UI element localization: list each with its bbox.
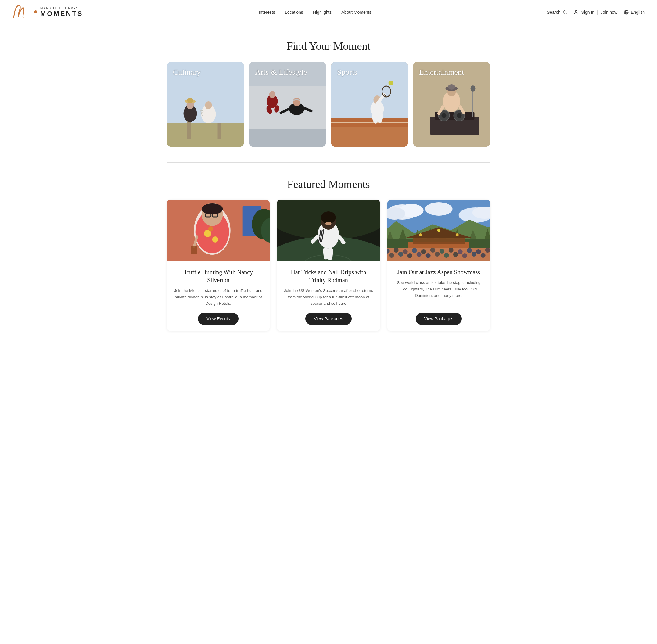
svg-point-47 <box>442 113 447 118</box>
svg-point-24 <box>269 91 276 98</box>
auth-separator: | <box>597 10 598 15</box>
category-card-arts[interactable]: Arts & Lifestyle <box>249 62 326 147</box>
svg-point-137 <box>480 253 485 258</box>
svg-rect-22 <box>249 129 326 147</box>
site-header: MARRIOTT BONV●Y MOMENTS Interests Locati… <box>0 0 657 24</box>
svg-point-85 <box>325 222 332 226</box>
svg-point-134 <box>453 252 458 257</box>
sign-in-link[interactable]: Sign In <box>581 10 595 15</box>
svg-point-118 <box>421 249 426 254</box>
svg-rect-89 <box>328 248 333 260</box>
truffle-desc: Join the Michelin-starred chef for a tru… <box>173 288 263 306</box>
main-nav: Interests Locations Highlights About Mom… <box>259 10 371 15</box>
concert-image <box>388 200 490 261</box>
truffle-card-body: Truffle Hunting With Nancy Silverton Joi… <box>167 261 269 331</box>
featured-card-concert: Jam Out at Jazz Aspen Snowmass See world… <box>388 200 490 331</box>
svg-point-116 <box>403 249 407 254</box>
svg-point-66 <box>212 236 218 243</box>
svg-point-128 <box>398 252 403 257</box>
category-card-sports[interactable]: Sports <box>331 62 408 147</box>
concert-desc: See world-class artists take the stage, … <box>394 280 484 306</box>
entertainment-label: Entertainment <box>419 68 464 77</box>
svg-point-123 <box>467 248 472 253</box>
svg-point-130 <box>416 252 421 257</box>
svg-point-110 <box>419 233 422 236</box>
logo-script-letter <box>12 1 30 23</box>
logo-dot <box>34 10 37 14</box>
soccer-card-body: Hat Tricks and Nail Drips with Trinity R… <box>277 261 380 331</box>
sports-label: Sports <box>337 68 357 77</box>
category-grid: Culinary <box>167 62 490 147</box>
section-divider <box>167 162 490 163</box>
truffle-button[interactable]: View Events <box>198 313 238 325</box>
svg-line-1 <box>566 13 567 14</box>
header-right: Search Sign In | Join now English <box>547 9 645 15</box>
nav-interests[interactable]: Interests <box>259 10 275 15</box>
nav-locations[interactable]: Locations <box>285 10 303 15</box>
category-card-culinary[interactable]: Culinary <box>167 62 244 147</box>
svg-rect-10 <box>187 121 191 139</box>
svg-point-122 <box>457 249 462 254</box>
svg-point-0 <box>563 10 566 13</box>
nav-highlights[interactable]: Highlights <box>313 10 332 15</box>
logo[interactable]: MARRIOTT BONV●Y MOMENTS <box>12 1 83 23</box>
category-card-entertainment[interactable]: Entertainment <box>413 62 490 147</box>
svg-point-125 <box>485 248 490 253</box>
search-label: Search <box>547 10 560 15</box>
globe-icon <box>624 9 629 15</box>
svg-rect-74 <box>191 246 197 254</box>
svg-point-121 <box>448 248 453 253</box>
soccer-button[interactable]: View Packages <box>305 313 351 325</box>
svg-point-120 <box>439 249 444 254</box>
svg-rect-9 <box>167 123 244 147</box>
search-icon <box>562 10 567 15</box>
svg-point-67 <box>208 226 213 231</box>
svg-point-131 <box>425 253 430 258</box>
svg-point-127 <box>389 253 394 258</box>
svg-point-136 <box>471 252 476 257</box>
svg-point-53 <box>448 84 455 90</box>
svg-rect-108 <box>413 238 465 244</box>
join-link[interactable]: Join now <box>601 10 617 15</box>
arts-label: Arts & Lifestyle <box>255 68 307 77</box>
svg-point-94 <box>425 202 452 216</box>
featured-title: Featured Moments <box>167 178 490 191</box>
svg-point-17 <box>187 98 193 103</box>
truffle-image <box>167 200 269 261</box>
language-button[interactable]: English <box>624 9 645 15</box>
svg-point-129 <box>407 253 412 258</box>
concert-card-body: Jam Out at Jazz Aspen Snowmass See world… <box>388 261 490 331</box>
truffle-title: Truffle Hunting With Nancy Silverton <box>173 268 263 284</box>
svg-point-117 <box>412 248 417 253</box>
find-moment-title: Find Your Moment <box>167 40 490 52</box>
svg-point-15 <box>205 101 212 109</box>
concert-button[interactable]: View Packages <box>416 313 462 325</box>
svg-point-49 <box>457 113 462 118</box>
logo-moments: MOMENTS <box>40 10 83 17</box>
nav-about[interactable]: About Moments <box>341 10 371 15</box>
culinary-label: Culinary <box>173 68 201 77</box>
featured-grid: Truffle Hunting With Nancy Silverton Joi… <box>167 200 490 331</box>
svg-point-115 <box>394 248 398 253</box>
svg-point-124 <box>476 249 481 254</box>
svg-point-72 <box>202 204 223 214</box>
featured-card-soccer: Hat Tricks and Nail Drips with Trinity R… <box>277 200 380 331</box>
svg-rect-11 <box>218 123 221 139</box>
soccer-desc: Join the US Women's Soccer star after sh… <box>283 288 374 306</box>
search-button[interactable]: Search <box>547 10 567 15</box>
svg-point-57 <box>471 86 475 92</box>
concert-illustration <box>388 200 490 261</box>
truffle-illustration <box>167 200 269 261</box>
soccer-illustration <box>277 200 380 261</box>
svg-point-40 <box>389 80 394 86</box>
find-moment-section: Find Your Moment <box>167 40 490 147</box>
svg-point-119 <box>430 248 435 253</box>
svg-point-111 <box>437 229 440 232</box>
svg-point-132 <box>435 252 440 257</box>
main-content: Find Your Moment <box>161 40 496 331</box>
person-icon <box>573 9 579 15</box>
svg-point-135 <box>462 253 467 258</box>
featured-section: Featured Moments <box>167 178 490 331</box>
soccer-image <box>277 200 380 261</box>
concert-title: Jam Out at Jazz Aspen Snowmass <box>397 268 480 276</box>
